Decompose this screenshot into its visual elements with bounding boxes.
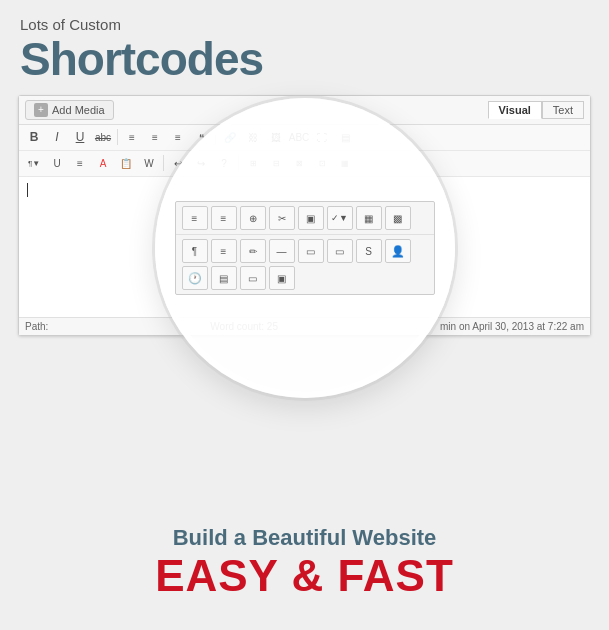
paste-word-button[interactable]: W <box>138 153 160 173</box>
justify-button[interactable]: ≡ <box>69 153 91 173</box>
z-table2[interactable]: ▤ <box>211 266 237 290</box>
z-eraser[interactable]: ✏ <box>240 239 266 263</box>
z-align-left[interactable]: ≡ <box>182 206 208 230</box>
zoomed-row-1: ≡ ≡ ⊕ ✂ ▣ ✓▼ ▦ ▩ <box>176 202 434 235</box>
page-wrapper: Lots of Custom Shortcodes + Add Media Vi… <box>0 0 609 630</box>
zoomed-toolbar: ≡ ≡ ⊕ ✂ ▣ ✓▼ ▦ ▩ ¶ ≡ ✏ — ▭ ▭ S 👤 🕐 ▤ <box>175 201 435 295</box>
z-rect1[interactable]: ▭ <box>298 239 324 263</box>
add-media-icon: + <box>34 103 48 117</box>
cursor <box>27 183 28 197</box>
align-left-button[interactable]: ≡ <box>121 127 143 147</box>
zoomed-row-2: ¶ ≡ ✏ — ▭ ▭ S 👤 🕐 ▤ ▭ ▣ <box>176 235 434 294</box>
z-table[interactable]: ▣ <box>298 206 324 230</box>
z-grid2[interactable]: ▩ <box>385 206 411 230</box>
z-user[interactable]: 👤 <box>385 239 411 263</box>
align-right-button[interactable]: ≡ <box>167 127 189 147</box>
main-title: Shortcodes <box>20 34 589 85</box>
underline2-button[interactable]: U <box>46 153 68 173</box>
z-box[interactable]: ▣ <box>269 266 295 290</box>
separator-3 <box>163 155 164 171</box>
bottom-section: Build a Beautiful Website EASY & FAST <box>0 525 609 600</box>
z-link[interactable]: ⊕ <box>240 206 266 230</box>
easy-fast-text: EASY & FAST <box>0 552 609 600</box>
text-color-button[interactable]: A <box>92 153 114 173</box>
subtitle: Lots of Custom <box>20 16 589 34</box>
z-paragraph[interactable]: ¶ <box>182 239 208 263</box>
format-paragraph-button[interactable]: ¶▼ <box>23 153 45 173</box>
z-cut[interactable]: ✂ <box>269 206 295 230</box>
circle-overlay: ≡ ≡ ⊕ ✂ ▣ ✓▼ ▦ ▩ ¶ ≡ ✏ — ▭ ▭ S 👤 🕐 ▤ <box>155 98 455 398</box>
paste-text-button[interactable]: 📋 <box>115 153 137 173</box>
tab-text[interactable]: Text <box>542 101 584 119</box>
z-strike[interactable]: S <box>356 239 382 263</box>
z-clock[interactable]: 🕐 <box>182 266 208 290</box>
visual-text-tabs: Visual Text <box>488 101 584 119</box>
add-media-button[interactable]: + Add Media <box>25 100 114 120</box>
z-align-right[interactable]: ≡ <box>211 206 237 230</box>
title-section: Lots of Custom Shortcodes <box>0 0 609 95</box>
z-rect3[interactable]: ▭ <box>240 266 266 290</box>
bold-button[interactable]: B <box>23 127 45 147</box>
strikethrough-button[interactable]: abc <box>92 127 114 147</box>
underline-button[interactable]: U <box>69 127 91 147</box>
z-list[interactable]: ≡ <box>211 239 237 263</box>
z-hr[interactable]: — <box>269 239 295 263</box>
separator-1 <box>117 129 118 145</box>
z-rect2[interactable]: ▭ <box>327 239 353 263</box>
align-center-button[interactable]: ≡ <box>144 127 166 147</box>
tab-visual[interactable]: Visual <box>488 101 542 119</box>
italic-button[interactable]: I <box>46 127 68 147</box>
z-grid1[interactable]: ▦ <box>356 206 382 230</box>
z-check-dropdown[interactable]: ✓▼ <box>327 206 353 230</box>
last-edited: min on April 30, 2013 at 7:22 am <box>440 321 584 332</box>
path-label: Path: <box>25 321 48 332</box>
build-beautiful-text: Build a Beautiful Website <box>0 525 609 551</box>
add-media-label: Add Media <box>52 104 105 116</box>
